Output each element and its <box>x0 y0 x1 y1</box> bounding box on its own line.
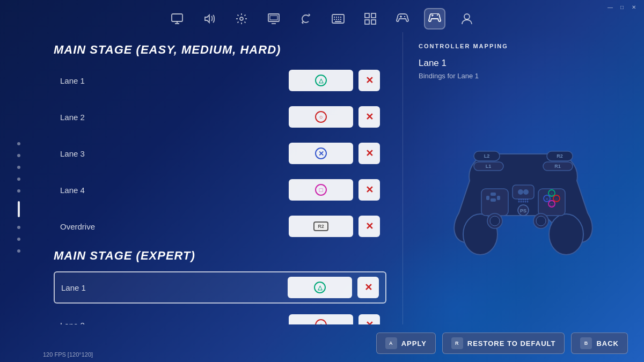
sidebar-dot-1[interactable] <box>17 142 20 145</box>
svg-point-23 <box>437 14 438 16</box>
svg-point-26 <box>549 214 583 255</box>
apply-button[interactable]: A APPLY <box>376 333 436 354</box>
lane-easy-3-label: Lane 3 <box>60 149 125 158</box>
svg-point-1 <box>240 17 243 20</box>
sidebar-dot-6[interactable] <box>18 201 20 217</box>
svg-point-19 <box>404 16 405 17</box>
lane-expert-2-button[interactable]: ○ <box>289 314 353 324</box>
svg-point-64 <box>521 201 522 203</box>
svg-rect-5 <box>334 17 335 18</box>
sidebar-dot-5[interactable] <box>17 189 20 193</box>
triangle-icon: △ <box>315 75 327 86</box>
lane-easy-4-clear[interactable]: ✕ <box>358 179 380 201</box>
nav-gamepad-settings-icon[interactable] <box>392 8 413 29</box>
svg-text:○: ○ <box>555 197 558 202</box>
cross-icon: ✕ <box>315 147 327 159</box>
lane-expert-1-button[interactable]: △ <box>288 277 352 298</box>
sidebar-dot-3[interactable] <box>17 166 20 169</box>
nav-controller-icon[interactable] <box>424 8 445 29</box>
svg-point-60 <box>523 199 524 201</box>
back-btn-icon: B <box>580 337 592 349</box>
svg-point-24 <box>464 14 470 19</box>
info-panel: CONTROLLER MAPPING Lane 1 Bindings for L… <box>402 32 644 324</box>
svg-point-65 <box>523 201 524 203</box>
svg-point-59 <box>521 199 522 201</box>
svg-text:L1: L1 <box>486 164 492 169</box>
apply-btn-icon: A <box>385 337 397 349</box>
svg-rect-15 <box>371 13 376 18</box>
svg-rect-11 <box>338 19 339 20</box>
lane-overdrive-label: Overdrive <box>60 222 125 231</box>
lane-easy-3-button[interactable]: ✕ <box>289 143 353 164</box>
lane-easy-2-button[interactable]: ○ <box>289 106 353 128</box>
back-button[interactable]: B BACK <box>571 333 628 354</box>
sidebar-dot-9[interactable] <box>17 249 20 253</box>
svg-rect-3 <box>270 16 277 20</box>
nav-settings-icon[interactable] <box>231 8 252 29</box>
nav-sync-icon[interactable] <box>295 8 317 29</box>
sidebar-dot-2[interactable] <box>17 154 20 157</box>
svg-point-61 <box>525 199 526 201</box>
svg-point-33 <box>518 189 523 195</box>
lane-row-overdrive: Overdrive R2 ✕ <box>54 211 386 241</box>
controller-illustration: △ ✕ ○ □ L1 R1 L2 R2 <box>419 91 628 314</box>
lane-easy-3-clear[interactable]: ✕ <box>358 143 380 164</box>
lane-row-easy-1: Lane 1 △ ✕ <box>54 65 386 95</box>
svg-rect-10 <box>336 19 337 20</box>
lane-overdrive-button[interactable]: R2 <box>289 216 353 237</box>
svg-rect-31 <box>497 196 500 200</box>
svg-point-34 <box>523 189 529 195</box>
lane-row-expert-2: Lane 2 ○ ✕ <box>54 310 386 324</box>
square-icon: □ <box>315 184 327 196</box>
fps-counter: 120 FPS [120°120] <box>43 351 93 358</box>
svg-rect-8 <box>340 17 341 18</box>
lane-row-easy-4: Lane 4 □ ✕ <box>54 175 386 205</box>
sidebar-dot-4[interactable] <box>17 178 20 181</box>
svg-rect-7 <box>338 17 339 18</box>
lane-easy-2-clear[interactable]: ✕ <box>358 106 380 128</box>
lane-easy-1-button[interactable]: △ <box>289 70 353 91</box>
lane-row-easy-2: Lane 2 ○ ✕ <box>54 102 386 132</box>
lane-expert-2-clear[interactable]: ✕ <box>358 314 380 324</box>
nav-keyboard-icon[interactable] <box>327 8 349 29</box>
bottom-bar: A APPLY R RESTORE TO DEFAULT B BACK <box>38 324 644 362</box>
nav-profile-icon[interactable] <box>456 8 478 29</box>
lane-easy-4-button[interactable]: □ <box>289 179 353 201</box>
restore-default-button[interactable]: R RESTORE TO DEFAULT <box>442 333 565 354</box>
svg-rect-29 <box>491 198 496 202</box>
svg-point-53 <box>490 216 500 226</box>
svg-text:L2: L2 <box>484 153 490 159</box>
lane-overdrive-clear[interactable]: ✕ <box>358 216 380 237</box>
svg-rect-28 <box>491 193 496 196</box>
lane-expert-1-clear[interactable]: ✕ <box>357 277 379 298</box>
svg-rect-21 <box>432 14 433 17</box>
nav-display2-icon[interactable] <box>263 8 284 29</box>
mapping-panel: MAIN STAGE (EASY, MEDIUM, HARD) Lane 1 △… <box>38 32 402 324</box>
lane-easy-1-clear[interactable]: ✕ <box>358 70 380 91</box>
svg-rect-12 <box>340 19 341 20</box>
svg-point-55 <box>536 216 546 226</box>
controller-svg: △ ✕ ○ □ L1 R1 L2 R2 <box>437 138 609 267</box>
sidebar-dot-8[interactable] <box>17 238 20 241</box>
circle-icon-expert: ○ <box>315 319 327 324</box>
nav-display-icon[interactable] <box>166 8 188 29</box>
nav-audio-icon[interactable] <box>199 8 220 29</box>
svg-rect-13 <box>335 21 341 22</box>
triangle-icon-expert: △ <box>314 282 326 293</box>
svg-rect-9 <box>334 19 335 20</box>
lane-row-expert-1[interactable]: Lane 1 △ ✕ <box>54 271 386 304</box>
svg-text:□: □ <box>551 202 553 207</box>
svg-rect-30 <box>486 196 489 200</box>
svg-point-66 <box>525 201 526 203</box>
lane-row-easy-3: Lane 3 ✕ ✕ <box>54 138 386 168</box>
svg-rect-16 <box>365 20 369 24</box>
circle-icon: ○ <box>315 111 327 123</box>
svg-text:△: △ <box>550 191 554 196</box>
restore-btn-label: RESTORE TO DEFAULT <box>467 339 556 348</box>
sidebar-dot-7[interactable] <box>17 226 20 229</box>
lane-expert-2-label: Lane 2 <box>60 321 125 325</box>
svg-text:PS: PS <box>520 208 526 213</box>
controller-mapping-header: CONTROLLER MAPPING <box>419 43 628 49</box>
nav-grid-icon[interactable] <box>360 8 381 29</box>
main-content: MAIN STAGE (EASY, MEDIUM, HARD) Lane 1 △… <box>38 32 644 324</box>
